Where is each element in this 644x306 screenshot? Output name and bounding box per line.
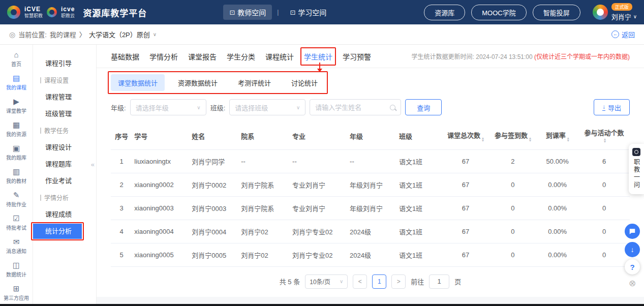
class-select-placeholder: 请选择班级: [235, 103, 268, 112]
icon-sidebar: ⌂ 首页 ▤ 我的课程 ▶ 课堂教学 ▦ 我的资源 ▣ 我的题库 ▥ 我的教材: [0, 45, 33, 306]
page-number-1[interactable]: 1: [372, 274, 386, 289]
subtab-discussion[interactable]: 讨论统计: [284, 74, 325, 91]
sidebar-item-pending-exams[interactable]: ☑ 待批考试: [0, 211, 33, 235]
sidebar-item-pending-homework[interactable]: ✎ 待批作业: [0, 188, 33, 211]
breadcrumb-course[interactable]: 大学语文（2P）原创: [89, 29, 150, 39]
breadcrumb-label: 当前位置:: [18, 29, 47, 39]
logo-primary-top: iCVE: [24, 6, 43, 13]
cell-activities: 0: [578, 220, 630, 243]
sidebar-item-my-question-bank[interactable]: ▣ 我的题库: [0, 141, 33, 165]
main-content: 基础数据 学情分析 课堂报告 学生分类 课程统计 学生统计 学习预警 学生统计数…: [97, 45, 644, 306]
menu-item-course-question-bank[interactable]: 课程题库: [33, 156, 96, 172]
cell-name: 刘肖宁0002: [190, 173, 239, 196]
back-button[interactable]: ← 返回: [611, 29, 635, 39]
subtab-classroom-data[interactable]: 课堂数据统计: [111, 74, 165, 91]
sidebar-item-third-party-apps[interactable]: ⊞ 第三方应用: [0, 282, 33, 305]
menu-item-course-guide[interactable]: 课程引导: [33, 55, 96, 72]
col-header-activities[interactable]: 参与活动个数 ▴▾: [578, 123, 630, 149]
smart-screen-button[interactable]: 智能投屏: [533, 5, 580, 20]
cell-major: 专业刘肖宁: [290, 173, 348, 196]
cell-total-sessions: 67: [442, 149, 489, 173]
tab-class-report[interactable]: 课堂报告: [188, 50, 217, 63]
user-info: 正式版 刘肖宁 ∨: [611, 3, 637, 21]
cell-name: 刘肖宁0004: [190, 220, 239, 243]
cell-total-sessions: 67: [442, 220, 489, 243]
tab-student-classification[interactable]: 学生分类: [227, 50, 255, 63]
nav-divider: |: [277, 9, 279, 16]
table-row: 5 xiaoning0005 刘肖宁0005 刘肖宁02 刘肖宁专业02 202…: [111, 243, 630, 266]
sidebar-item-home[interactable]: ⌂ 首页: [0, 48, 33, 71]
sidebar-item-my-textbooks[interactable]: ▥ 我的教材: [0, 165, 33, 188]
sidebar-item-data-stats[interactable]: ◫ 数据统计: [0, 258, 33, 282]
menu-item-course-design[interactable]: 课程设计: [33, 139, 96, 156]
menu-section-label-learning-analysis: 学情分析: [44, 193, 69, 202]
sidebar-item-messages[interactable]: ✉ 消息通知: [0, 235, 33, 258]
cell-signins: 0: [489, 220, 536, 243]
grade-select[interactable]: 请选择年级 ∨: [130, 99, 206, 115]
update-time-text: 学生统计数据更新时间: 2024-07-24 13:51:00 (仅统计近三个学…: [412, 52, 630, 60]
grade-select-placeholder: 请选择年级: [136, 103, 169, 112]
tab-course-statistics[interactable]: 课程统计: [265, 50, 294, 63]
col-header-grade: 年级: [348, 123, 397, 149]
tab-learning-analysis[interactable]: 学情分析: [149, 50, 178, 63]
sort-icon[interactable]: ▴▾: [529, 137, 531, 142]
menu-item-course-grades[interactable]: 课程成绩: [33, 206, 96, 223]
sidebar-collapse-icon[interactable]: «: [91, 161, 95, 168]
tab-basic-data[interactable]: 基础数据: [111, 50, 139, 63]
col-header-signins[interactable]: 参与签到数▴▾: [489, 123, 536, 149]
page-size-value: 10条/页: [310, 277, 330, 286]
search-button[interactable]: 查询: [405, 99, 442, 115]
subtab-assessment[interactable]: 考测评统计: [231, 74, 278, 91]
brand-logo[interactable]: iCVE 智慧职教 icve 职教云 资源库教学平台: [7, 6, 147, 19]
col-header-signins-label: 参与签到数: [495, 132, 528, 139]
icve-swirl-logo-icon: [7, 6, 20, 19]
tab-learning-warning[interactable]: 学习预警: [343, 50, 371, 63]
goto-page-input[interactable]: [429, 274, 449, 289]
col-header-attendance-rate[interactable]: 到课率▴▾: [536, 123, 578, 149]
learning-space-nav[interactable]: ⊡ 学习空间: [284, 5, 332, 20]
menu-item-course-management[interactable]: 课程管理: [33, 88, 96, 105]
col-header-class: 班级: [397, 123, 442, 149]
col-header-total-sessions[interactable]: 课堂总次数▴▾: [442, 123, 489, 149]
menu-item-class-management[interactable]: 班级管理: [33, 105, 96, 122]
teacher-space-nav[interactable]: ⊡ 教师空间: [223, 5, 272, 20]
cell-index: 2: [111, 173, 132, 196]
sidebar-label-data-stats: 数据统计: [6, 270, 26, 278]
page-body: ⌂ 首页 ▤ 我的课程 ▶ 课堂教学 ▦ 我的资源 ▣ 我的题库 ▥ 我的教材: [0, 45, 644, 306]
download-button[interactable]: ↓: [625, 242, 640, 257]
cell-student-id: xiaoning0003: [132, 196, 190, 220]
sidebar-label-pending-homework: 待批作业: [6, 200, 26, 208]
page-size-select[interactable]: 10条/页 ∨: [305, 274, 348, 289]
sidebar-item-my-resources[interactable]: ▦ 我的资源: [0, 118, 33, 141]
sort-icon[interactable]: ▴▾: [567, 137, 569, 142]
menu-item-homework-exams[interactable]: 作业考试: [33, 172, 96, 189]
sort-icon[interactable]: ▴▾: [604, 138, 606, 143]
sidebar-item-classroom-teaching[interactable]: ▶ 课堂教学: [0, 95, 33, 118]
export-button[interactable]: ↓ 导出: [594, 99, 630, 115]
prev-page-button[interactable]: <: [353, 274, 367, 289]
back-label: 返回: [622, 29, 635, 39]
class-select[interactable]: 请选择班级 ∨: [229, 99, 305, 115]
breadcrumb-parent[interactable]: 我的课程: [50, 29, 76, 39]
cell-attendance-rate: 0.00%: [536, 196, 578, 220]
sidebar-label-my-textbooks: 我的教材: [6, 177, 26, 185]
course-dropdown-caret-icon[interactable]: ∨: [153, 32, 157, 37]
cell-department: --: [239, 149, 290, 173]
user-menu[interactable]: 正式版 刘肖宁 ∨: [593, 3, 637, 21]
cell-department: 刘肖宁院系: [239, 196, 290, 220]
subtab-resource-data[interactable]: 资源数据统计: [171, 74, 225, 91]
zhijiao-qa-label: 职教一问: [632, 159, 641, 189]
customer-service-button[interactable]: [625, 224, 640, 239]
tab-student-statistics[interactable]: 学生统计: [304, 50, 332, 63]
next-page-button[interactable]: >: [391, 274, 406, 289]
resource-library-button[interactable]: 资源库: [424, 5, 465, 20]
sidebar-item-my-courses[interactable]: ▤ 我的课程: [0, 71, 33, 95]
close-widgets-icon[interactable]: ⊗: [627, 278, 638, 289]
student-name-input[interactable]: [315, 104, 387, 111]
mooc-academy-button[interactable]: MOOC学院: [471, 5, 526, 20]
menu-item-statistical-analysis[interactable]: 统计分析: [33, 224, 82, 239]
help-button[interactable]: ?: [625, 259, 640, 274]
zhijiao-qa-widget[interactable]: 职教一问: [629, 144, 644, 194]
search-icon[interactable]: [390, 105, 395, 110]
sort-icon[interactable]: ▴▾: [482, 137, 484, 142]
